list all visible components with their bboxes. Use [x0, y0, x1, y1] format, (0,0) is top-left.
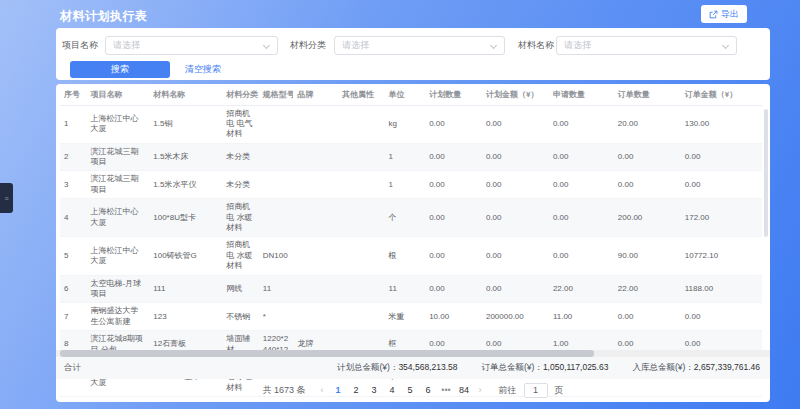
- table-cell: 11: [385, 275, 426, 303]
- table-cell: [293, 303, 338, 331]
- table-cell: 1: [385, 143, 426, 171]
- page-button-2[interactable]: 2: [349, 385, 364, 395]
- table-cell: 米重: [385, 303, 426, 331]
- table-cell: 个: [385, 199, 426, 237]
- column-header: 序号: [60, 84, 86, 105]
- goto-page-suffix: 页: [555, 384, 564, 397]
- filter-select-3[interactable]: 请选择: [556, 36, 737, 55]
- filter-label: 项目名称: [62, 36, 98, 55]
- table-cell: kg: [385, 105, 426, 143]
- table-cell: 1188.00: [681, 275, 762, 303]
- page-button-5[interactable]: 5: [403, 385, 418, 395]
- table-cell: 0.00: [614, 171, 681, 199]
- column-header: 项目名称: [86, 84, 149, 105]
- export-icon: [709, 10, 718, 19]
- page-button-3[interactable]: 3: [367, 385, 382, 395]
- table-cell: 0.00: [549, 199, 614, 237]
- table-cell: [259, 105, 293, 143]
- table-cell: 10772.10: [681, 237, 762, 275]
- export-button[interactable]: 导出: [701, 5, 747, 23]
- table-cell: 0.00: [482, 171, 549, 199]
- table-cell: 招商机电 水暖材料: [222, 237, 259, 275]
- table-cell: 20.00: [614, 105, 681, 143]
- table-cell: 5: [60, 237, 86, 275]
- column-header: 计划数量: [425, 84, 482, 105]
- page-button-6[interactable]: 6: [421, 385, 436, 395]
- table-cell: 1.5铜: [149, 105, 222, 143]
- table-row: 6太空电梯-月球项目111网线11110.000.0022.0022.00118…: [60, 275, 762, 303]
- table-cell: 0.00: [425, 143, 482, 171]
- table-cell: 130.00: [681, 105, 762, 143]
- table-cell: [259, 143, 293, 171]
- filter-panel: 项目名称请选择材料分类请选择材料名称请选择 搜索 清空搜索: [56, 28, 770, 80]
- table-cell: 0.00: [482, 237, 549, 275]
- table-cell: 100铸铁管G: [149, 237, 222, 275]
- table-cell: 100*8U型卡: [149, 199, 222, 237]
- filter-placeholder: 请选择: [113, 39, 140, 52]
- search-button[interactable]: 搜索: [70, 61, 170, 78]
- table-cell: 滨江花城三期项目: [86, 143, 149, 171]
- table-cell: 22.00: [549, 275, 614, 303]
- side-collapsed-tab[interactable]: ≡: [0, 183, 13, 213]
- prev-page-button[interactable]: ‹: [317, 385, 328, 395]
- table-cell: 上海松江中心大厦: [86, 199, 149, 237]
- column-header: 订单金额（¥）: [681, 84, 762, 105]
- table-cell: 0.00: [482, 105, 549, 143]
- summary-total-label: 合计: [64, 362, 81, 374]
- table-cell: [259, 171, 293, 199]
- table-cell: 0.00: [549, 237, 614, 275]
- summary-items: 计划总金额(¥)：354,568,213.58订单总金额(¥)：1,050,11…: [337, 362, 760, 374]
- table-cell: [338, 171, 385, 199]
- table-cell: 0.00: [425, 237, 482, 275]
- table-cell: 0.00: [681, 303, 762, 331]
- table-cell: 3: [60, 171, 86, 199]
- table-cell: 未分类: [222, 143, 259, 171]
- table-cell: 根: [385, 237, 426, 275]
- column-header: 材料名称: [149, 84, 222, 105]
- table-row: 1上海松江中心大厦1.5铜招商机电 电气材料kg0.000.000.0020.0…: [60, 105, 762, 143]
- goto-page-input[interactable]: [524, 383, 548, 398]
- chevron-down-icon: [722, 42, 729, 49]
- table-cell: [293, 105, 338, 143]
- table-cell: 0.00: [425, 199, 482, 237]
- table-cell: 上海松江中心大厦: [86, 237, 149, 275]
- page-title: 材料计划执行表: [60, 8, 148, 25]
- table-cell: [293, 143, 338, 171]
- next-page-button[interactable]: ›: [475, 385, 486, 395]
- column-header: 申请数量: [549, 84, 614, 105]
- filter-select-2[interactable]: 请选择: [334, 36, 505, 55]
- summary-item-value: 354,568,213.58: [398, 362, 457, 372]
- table-cell: 1: [60, 105, 86, 143]
- table-cell: 0.00: [614, 143, 681, 171]
- chevron-down-icon: [490, 42, 497, 49]
- table-row: 4上海松江中心大厦100*8U型卡招商机电 水暖材料个0.000.000.002…: [60, 199, 762, 237]
- table-row: 7南钢盛达大学生公寓新建123不锈钢*米重10.00200000.0011.00…: [60, 303, 762, 331]
- page-button-84[interactable]: 84: [457, 385, 472, 395]
- clear-search-link[interactable]: 清空搜索: [185, 61, 221, 78]
- table-cell: 0.00: [482, 275, 549, 303]
- table-cell: [293, 171, 338, 199]
- column-header: 规格型号: [259, 84, 293, 105]
- summary-item: 订单总金额(¥)：1,050,117,025.63: [481, 362, 608, 374]
- page-button-4[interactable]: 4: [385, 385, 400, 395]
- summary-item-label: 入库总金额(¥)：: [632, 362, 693, 372]
- table-cell: [259, 199, 293, 237]
- pagination: 共 1673 条 ‹ 123456•••84 › 前往 页: [56, 379, 770, 401]
- table-cell: 1: [385, 171, 426, 199]
- table-cell: 0.00: [549, 143, 614, 171]
- page-button-1[interactable]: 1: [331, 385, 346, 395]
- page-ellipsis: •••: [439, 385, 454, 395]
- table-cell: 1.5米木床: [149, 143, 222, 171]
- horizontal-scrollbar-thumb[interactable]: [60, 350, 594, 357]
- table-cell: 11.00: [549, 303, 614, 331]
- table-cell: 滨江花城三期项目: [86, 171, 149, 199]
- column-header: 单位: [385, 84, 426, 105]
- table-cell: 172.00: [681, 199, 762, 237]
- table-cell: 11: [259, 275, 293, 303]
- table-cell: 南钢盛达大学生公寓新建: [86, 303, 149, 331]
- vertical-scrollbar[interactable]: [764, 109, 768, 237]
- filter-select-1[interactable]: 请选择: [105, 36, 278, 55]
- table-cell: 123: [149, 303, 222, 331]
- filter-placeholder: 请选择: [564, 39, 591, 52]
- table-cell: 0.00: [482, 199, 549, 237]
